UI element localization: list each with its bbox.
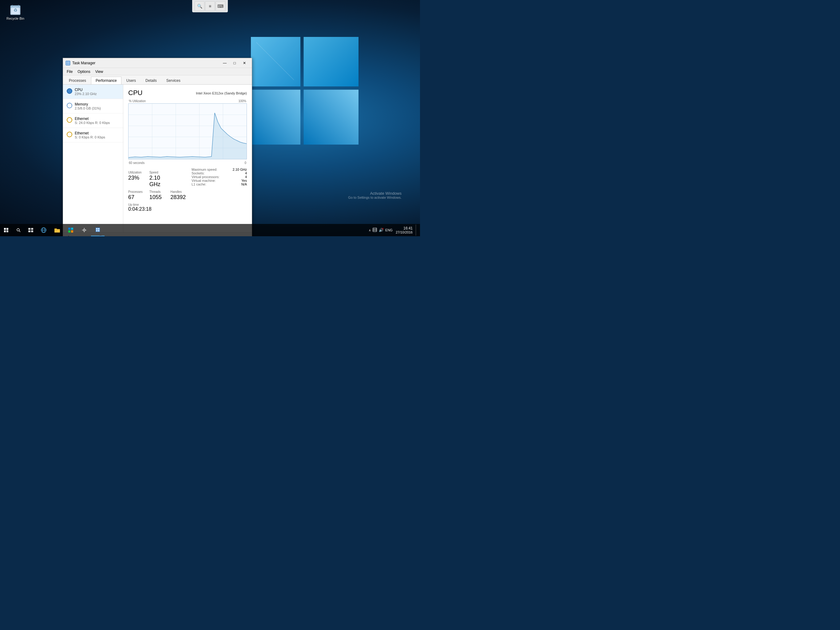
- memory-sub: 2.5/8.0 GB (31%): [75, 106, 101, 110]
- svg-marker-3: [304, 90, 359, 145]
- menu-view[interactable]: View: [93, 69, 106, 74]
- util-label: Utilization: [128, 171, 145, 174]
- threads-stat: Threads 1055: [149, 190, 166, 201]
- tab-services[interactable]: Services: [162, 77, 185, 84]
- svg-rect-48: [96, 228, 98, 230]
- svg-rect-14: [66, 62, 68, 63]
- uptime-section: Up time 0:04:23:18: [128, 203, 186, 212]
- ethernet2-text: Ethernet S: 0 Kbps R: 0 Kbps: [75, 131, 105, 139]
- top-toolbar: 🔍 ≡ ⌨: [192, 0, 228, 12]
- handles-value: 28392: [171, 194, 186, 201]
- util-value: 23%: [128, 175, 145, 181]
- handles-stat: Handles 28392: [171, 190, 186, 201]
- close-button[interactable]: ✕: [240, 58, 249, 68]
- sidebar-item-ethernet2[interactable]: Ethernet S: 0 Kbps R: 0 Kbps: [63, 128, 123, 142]
- vproc-val: 4: [245, 175, 247, 179]
- start-button[interactable]: [0, 224, 12, 236]
- sidebar: CPU 23% 2.10 GHz Memory 2.5/8.0 GB (31%)…: [63, 85, 123, 232]
- cpu-model: Intel Xeon E312xx (Sandy Bridge): [196, 89, 247, 95]
- menu-options[interactable]: Options: [75, 69, 93, 74]
- keyboard-toolbar-btn[interactable]: ⌨: [216, 1, 225, 11]
- ethernet1-title: Ethernet: [75, 117, 110, 121]
- threads-value: 1055: [149, 194, 166, 201]
- cpu-title: CPU: [75, 88, 97, 92]
- task-manager-taskbar-button[interactable]: [91, 224, 104, 236]
- sidebar-item-ethernet1[interactable]: Ethernet S: 24.0 Kbps R: 0 Kbps: [63, 114, 123, 128]
- taskbar: ∧ 🔊✕ ENG 16:41 27/10/2016: [0, 224, 420, 236]
- svg-rect-30: [6, 230, 8, 232]
- svg-rect-36: [31, 230, 33, 232]
- clock-date: 27/10/2016: [396, 230, 413, 234]
- store-button[interactable]: [64, 224, 77, 236]
- clock[interactable]: 16:41 27/10/2016: [394, 226, 414, 234]
- tray-expand[interactable]: ∧: [369, 229, 371, 232]
- svg-rect-42: [68, 228, 70, 230]
- right-stats-panel: Maximum speed: 2.10 GHz Sockets: 4 Virtu…: [191, 168, 247, 212]
- show-desktop-button[interactable]: [416, 225, 418, 236]
- ethernet1-sub: S: 24.0 Kbps R: 0 Kbps: [75, 121, 110, 125]
- max-speed-label: Maximum speed:: [191, 168, 217, 171]
- windows-logo: [251, 37, 358, 144]
- taskbar-left: [0, 224, 104, 236]
- activate-windows-notice: Activate Windows Go to Settings to activ…: [348, 191, 401, 199]
- processes-stat: Processes 67: [128, 190, 145, 201]
- minimize-button[interactable]: —: [220, 58, 230, 68]
- svg-marker-26: [128, 113, 246, 159]
- maximize-button[interactable]: □: [230, 58, 240, 68]
- menu-file[interactable]: File: [64, 69, 75, 74]
- svg-rect-45: [71, 230, 73, 233]
- svg-rect-50: [96, 230, 98, 231]
- title-bar-controls: — □ ✕: [220, 58, 249, 68]
- ethernet1-text: Ethernet S: 24.0 Kbps R: 0 Kbps: [75, 117, 110, 125]
- cpu-header: CPU Intel Xeon E312xx (Sandy Bridge): [128, 89, 247, 97]
- graph-label-top: % Utilization 100%: [128, 99, 247, 103]
- tab-processes[interactable]: Processes: [64, 77, 91, 84]
- ethernet2-sub: S: 0 Kbps R: 0 Kbps: [75, 135, 105, 139]
- language-indicator[interactable]: ENG: [385, 228, 393, 232]
- svg-rect-12: [11, 6, 20, 8]
- graph-label-bottom: 60 seconds 0: [128, 161, 247, 165]
- tab-details[interactable]: Details: [141, 77, 161, 84]
- memory-indicator: [67, 103, 72, 108]
- internet-explorer-button[interactable]: [37, 224, 51, 236]
- search-toolbar-btn[interactable]: 🔍: [195, 1, 204, 11]
- handles-label: Handles: [171, 190, 186, 193]
- svg-marker-1: [304, 37, 359, 86]
- l1cache-label: L1 cache:: [191, 182, 206, 186]
- vmachine-val: Yes: [242, 179, 247, 182]
- network-icon[interactable]: [373, 228, 377, 233]
- uptime-label: Up time: [128, 203, 186, 206]
- cpu-stats-grid: Utilization 23% Speed 2.10 GHz Processes…: [128, 171, 186, 201]
- l1cache-val: N/A: [242, 182, 247, 186]
- search-button[interactable]: [12, 224, 25, 236]
- file-explorer-button[interactable]: [51, 224, 64, 236]
- svg-rect-49: [98, 228, 99, 230]
- svg-rect-52: [373, 228, 377, 232]
- tab-performance[interactable]: Performance: [91, 77, 122, 84]
- settings-button[interactable]: [77, 224, 91, 236]
- svg-rect-17: [68, 63, 69, 65]
- svg-rect-35: [28, 230, 30, 232]
- taskbar-right: ∧ 🔊✕ ENG 16:41 27/10/2016: [369, 224, 420, 236]
- recycle-bin-icon[interactable]: ♻ Recycle Bin: [3, 3, 28, 20]
- menu-toolbar-btn[interactable]: ≡: [205, 1, 215, 11]
- sidebar-item-cpu[interactable]: CPU 23% 2.10 GHz: [63, 85, 123, 99]
- task-view-button[interactable]: [25, 224, 37, 236]
- cpu-panel: CPU Intel Xeon E312xx (Sandy Bridge) % U…: [123, 85, 252, 232]
- title-bar: Task Manager — □ ✕: [63, 58, 252, 68]
- sockets-label: Sockets:: [191, 171, 204, 175]
- sidebar-item-memory[interactable]: Memory 2.5/8.0 GB (31%): [63, 99, 123, 114]
- sound-icon[interactable]: 🔊✕: [379, 228, 384, 232]
- svg-rect-43: [71, 228, 73, 230]
- sockets-row: Sockets: 4: [191, 171, 247, 175]
- tab-users[interactable]: Users: [122, 77, 141, 84]
- cpu-graph: [128, 103, 247, 159]
- svg-line-32: [19, 231, 20, 232]
- svg-point-31: [17, 229, 19, 231]
- proc-label: Processes: [128, 190, 145, 193]
- graph-time: 60 seconds: [129, 161, 145, 165]
- ethernet1-indicator: [67, 117, 72, 123]
- speed-value: 2.10 GHz: [149, 175, 166, 188]
- task-manager-icon: [65, 60, 70, 65]
- tab-bar: Processes Performance Users Details Serv…: [63, 75, 252, 85]
